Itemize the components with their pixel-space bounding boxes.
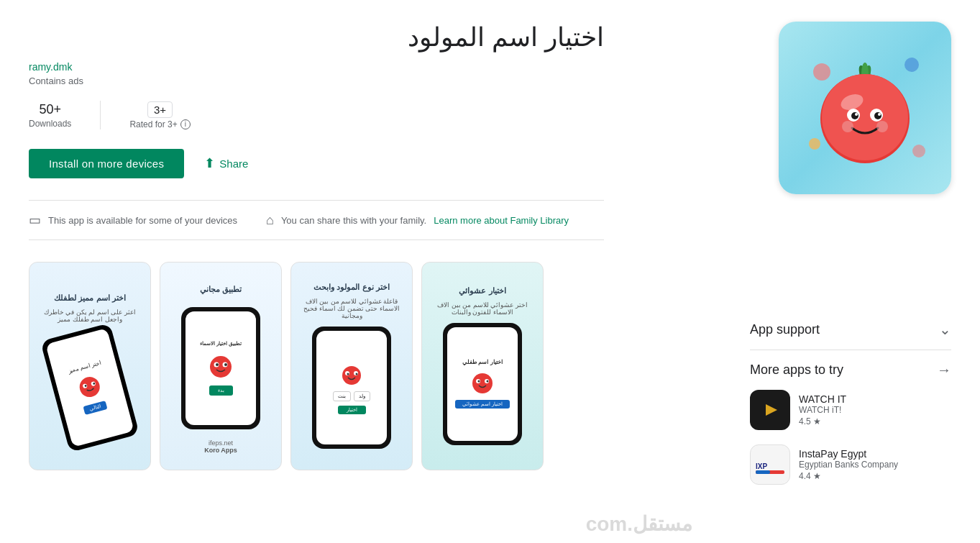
rating-box: 3+: [147, 101, 173, 118]
screenshot-4: اختيار عشوائي اختر عشوائي للاسم من بين ا…: [421, 262, 544, 470]
svg-point-1: [905, 58, 919, 72]
svg-point-2: [809, 138, 820, 150]
app-support[interactable]: App support ⌄: [750, 309, 951, 350]
contains-ads: Contains ads: [29, 76, 604, 86]
svg-point-0: [813, 63, 830, 81]
svg-point-16: [842, 121, 853, 132]
chevron-down-icon: ⌄: [939, 321, 951, 338]
watch-it-developer: WATCH iT!: [799, 405, 951, 415]
info-icon[interactable]: i: [180, 119, 191, 129]
svg-point-28: [342, 366, 361, 385]
svg-point-31: [347, 373, 349, 375]
downloads-label: Downloads: [29, 119, 71, 129]
family-info-text: You can share this with your family.: [281, 215, 426, 226]
svg-point-13: [874, 112, 881, 119]
watch-it-star-icon: ★: [813, 416, 821, 426]
app-title: اختيار اسم المولود: [29, 22, 604, 53]
instapay-name: InstaPay Egypt: [799, 448, 951, 460]
svg-point-12: [851, 112, 858, 119]
more-apps: More apps to try → WATCH IT WATCH iT!: [750, 350, 951, 511]
stats-row: 50+ Downloads 3+ Rated for 3+ i: [29, 101, 604, 129]
bottom-content: اختر اسم مميز لطفلك اعثر على اسم لم يكن …: [29, 262, 951, 492]
instapay-star-icon: ★: [813, 471, 821, 481]
instapay-developer: Egyptian Banks Company: [799, 460, 951, 470]
app-info: اختيار اسم المولود ramy.dmk Contains ads…: [29, 22, 604, 262]
svg-point-8: [822, 74, 908, 160]
install-button[interactable]: Install on more devices: [29, 149, 184, 178]
watch-it-info: WATCH IT WATCH iT! 4.5 ★: [799, 393, 951, 426]
device-icon: ▭: [29, 212, 41, 228]
svg-rect-43: [756, 470, 770, 474]
screenshot-3-title: اختر نوع المولود وابحث: [308, 277, 395, 298]
rating-value: 3+: [154, 104, 166, 116]
share-label: Share: [219, 158, 248, 170]
svg-point-36: [478, 380, 480, 383]
watch-it-rating: 4.5 ★: [799, 416, 951, 426]
device-info-text: This app is available for some of your d…: [48, 215, 237, 226]
app-icon: [779, 22, 951, 194]
watch-it-icon: [750, 390, 790, 430]
device-item-2: ⌂ You can share this with your family. L…: [266, 213, 569, 228]
device-item-1: ▭ This app is available for some of your…: [29, 212, 237, 228]
screenshot-4-sub: اختر عشوائي للاسم من بين الاف الاسماء لل…: [422, 301, 543, 316]
share-icon: ⬆: [204, 155, 215, 171]
svg-point-17: [876, 121, 888, 132]
watermark: مستقل.com: [586, 512, 692, 536]
page: اختيار اسم المولود ramy.dmk Contains ads…: [0, 0, 980, 543]
instapay-icon: IXP: [750, 444, 790, 485]
screenshot-1: اختر اسم مميز لطفلك اعثر على اسم لم يكن …: [29, 262, 151, 470]
watch-it-name: WATCH IT: [799, 393, 951, 405]
svg-text:IXP: IXP: [756, 462, 767, 470]
instapay-rating-value: 4.4: [799, 471, 811, 481]
stat-divider-1: [100, 101, 101, 129]
svg-point-3: [912, 145, 925, 158]
instapay-rating: 4.4 ★: [799, 471, 951, 481]
more-apps-header: More apps to try →: [750, 362, 951, 378]
svg-point-33: [472, 373, 493, 393]
svg-point-18: [77, 374, 101, 398]
svg-point-32: [356, 373, 358, 375]
svg-point-23: [210, 356, 232, 378]
screenshot-2: تطبيق مجاني تطبيق اختيار الاسماء بدء: [160, 262, 282, 470]
screenshot-1-sub: اعثر على اسم لم يكن في خاطرك واجعل اسم ط…: [29, 309, 150, 323]
tomato-svg: [800, 43, 930, 173]
more-apps-title: More apps to try: [750, 362, 843, 378]
actions-row: Install on more devices ⬆ Share: [29, 147, 604, 180]
app-icon-container: [779, 22, 951, 194]
app-support-title: App support: [750, 322, 820, 337]
rating-label: Rated for 3+ i: [129, 119, 190, 129]
downloads-stat: 50+ Downloads: [29, 102, 71, 129]
instapay-info: InstaPay Egypt Egyptian Banks Company 4.…: [799, 448, 951, 481]
screenshot-3-sub: قاعلة عشوائي للاسم من بين الاف الاسماء ح…: [291, 298, 412, 319]
watch-it-app-item[interactable]: WATCH IT WATCH iT! 4.5 ★: [750, 390, 951, 430]
svg-point-37: [487, 380, 489, 383]
screenshot-4-title: اختيار عشوائي: [453, 280, 511, 301]
home-icon: ⌂: [266, 213, 274, 228]
svg-point-27: [224, 363, 227, 366]
family-library-link[interactable]: Learn more about Family Library: [434, 215, 569, 226]
svg-point-26: [216, 363, 219, 366]
right-sidebar: App support ⌄ More apps to try →: [750, 309, 951, 511]
share-button[interactable]: ⬆ Share: [198, 147, 254, 180]
screenshot-1-title: اختر اسم مميز لطفلك: [48, 288, 131, 309]
top-section: اختيار اسم المولود ramy.dmk Contains ads…: [29, 22, 951, 262]
watch-it-rating-value: 4.5: [799, 416, 811, 426]
more-apps-arrow-icon[interactable]: →: [937, 362, 951, 378]
rating-badge: 3+ Rated for 3+ i: [129, 101, 190, 129]
screenshot-3: اختر نوع المولود وابحث قاعلة عشوائي للاس…: [290, 262, 413, 470]
svg-point-15: [878, 113, 881, 116]
screenshot-2-title: تطبيق مجاني: [194, 279, 247, 300]
rated-text: Rated for 3+: [129, 119, 177, 129]
instapay-app-item[interactable]: IXP InstaPay Egypt Egyptian Banks Compan…: [750, 444, 951, 485]
downloads-value: 50+: [39, 102, 61, 117]
app-developer[interactable]: ramy.dmk: [29, 61, 604, 73]
svg-point-14: [855, 113, 858, 116]
device-info-row: ▭ This app is available for some of your…: [29, 200, 604, 240]
